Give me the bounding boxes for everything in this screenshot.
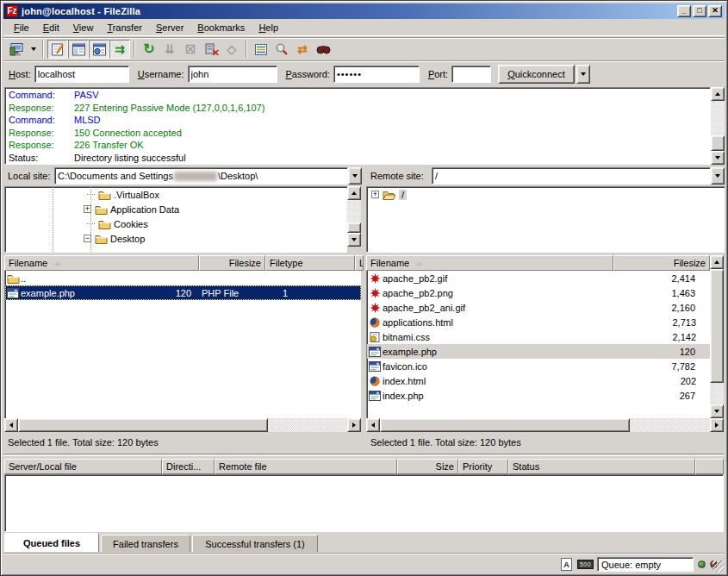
file-row[interactable]: favicon.ico 7,782 [367,359,710,373]
expand-icon[interactable]: + [84,205,91,213]
menu-server[interactable]: Server [149,21,190,35]
collapse-icon[interactable]: − [84,235,91,242]
scroll-right-button[interactable] [710,418,724,432]
site-manager-button[interactable] [7,40,28,59]
log-scrollbar[interactable] [711,87,725,165]
synchronized-browsing-button[interactable]: ⇄ [292,40,313,59]
scroll-up-button[interactable] [710,255,724,269]
quickconnect-dropdown[interactable] [576,65,590,84]
scroll-up-button[interactable] [711,87,725,101]
tree-item-root[interactable]: + / [367,187,725,202]
scroll-down-button[interactable] [710,404,724,418]
reconnect-button[interactable]: ◇ [221,40,242,59]
scrollbar-thumb[interactable] [710,269,724,383]
menu-transfer[interactable]: Transfer [100,21,149,35]
file-row[interactable]: applications.html 2,713 [367,315,710,329]
local-column-filetype[interactable]: Filetype [265,255,355,271]
username-input[interactable] [188,66,277,83]
scrollbar-thumb[interactable] [18,418,268,432]
file-row[interactable]: apache_pb2.gif 2,414 [367,271,710,285]
host-input[interactable] [34,66,129,83]
tab-queued-files[interactable]: Queued files [4,533,99,552]
toggle-message-log-button[interactable] [47,40,68,59]
local-tree-scrollbar[interactable] [347,186,361,253]
remote-list-scrollbar[interactable] [710,255,724,418]
local-site-path[interactable]: C:\Documents and Settings\Desktop\ [54,167,348,185]
toggle-queue-button[interactable]: ⇉ [109,40,130,59]
queue-column-status[interactable]: Status [508,459,695,474]
resize-grip[interactable] [712,560,724,572]
scrollbar-track[interactable] [347,200,361,222]
queue-column-priority[interactable]: Priority [458,459,508,474]
remote-site-dropdown[interactable] [711,167,725,185]
menu-edit[interactable]: Edit [36,21,66,35]
tab-failed-transfers[interactable]: Failed transfers [101,535,190,552]
toggle-local-tree-button[interactable] [68,40,89,59]
local-list-hscrollbar[interactable] [4,418,361,432]
file-row[interactable]: bitnami.css 2,142 [367,329,710,344]
disconnect-button[interactable]: ✕ [201,40,221,59]
local-column-lastmodified[interactable]: L [355,255,364,271]
tree-item-virtualbox[interactable]: .VirtualBox [5,187,347,202]
file-search-button[interactable] [271,40,292,59]
scrollbar-track[interactable] [268,418,347,432]
queue-column-blank[interactable] [695,459,724,474]
file-row[interactable]: apache_pb2_ani.gif 2,160 [367,300,710,315]
tab-successful-transfers[interactable]: Successful transfers (1) [192,535,318,552]
menu-bookmarks[interactable]: Bookmarks [190,21,252,35]
file-row[interactable]: index.php 267 [367,388,710,403]
transfer-type-indicator-icon[interactable]: A [561,558,572,571]
scroll-down-button[interactable] [347,233,361,247]
minimize-button[interactable]: _ [677,5,691,17]
scroll-down-button[interactable] [711,151,725,165]
remote-column-filename[interactable]: Filename [366,255,613,271]
scroll-up-button[interactable] [347,186,361,200]
scrollbar-track[interactable] [711,101,725,135]
file-size: 2,142 [615,332,705,342]
site-manager-dropdown[interactable] [28,40,39,59]
compare-directories-button[interactable] [313,40,333,59]
port-input[interactable] [451,66,491,83]
scrollbar-track[interactable] [710,383,724,404]
tree-item-cookies[interactable]: Cookies [5,216,347,231]
expand-icon[interactable]: + [371,191,379,198]
quickconnect-button[interactable]: Quickconnect [498,65,575,84]
local-site-dropdown[interactable] [348,167,362,185]
file-row-example-php[interactable]: example.php 120 PHP File 1 [5,285,361,300]
close-button[interactable]: ✕ [708,5,722,17]
process-queue-button[interactable]: ⇊ [159,40,180,59]
tree-item-desktop[interactable]: − Desktop [5,231,347,246]
local-column-filename[interactable]: Filename [4,255,199,271]
toggle-remote-tree-button[interactable] [89,40,109,59]
scrollbar-thumb[interactable] [380,418,630,432]
local-column-filesize[interactable]: Filesize [199,255,265,271]
file-row[interactable]: index.html 202 [367,373,710,388]
file-row[interactable]: apache_pb2.png 1,463 [367,285,710,300]
file-row-example-php[interactable]: example.php 120 [367,344,710,359]
directory-filters-button[interactable] [251,40,271,59]
remote-list-hscrollbar[interactable] [366,418,724,432]
password-input[interactable] [333,66,420,83]
scrollbar-track[interactable] [630,418,710,432]
queue-column-local-file[interactable]: Server/Local file [4,459,162,474]
scroll-right-button[interactable] [347,418,361,432]
maximize-button[interactable]: □ [693,5,706,17]
tree-item-application-data[interactable]: + Application Data [5,202,347,216]
queue-column-remote-file[interactable]: Remote file [215,459,397,474]
queue-list[interactable] [4,474,724,532]
scroll-left-button[interactable] [4,418,18,432]
remote-column-filesize[interactable]: Filesize [613,255,710,271]
menu-file[interactable]: File [7,21,36,35]
menu-view[interactable]: View [66,21,101,35]
file-row-updir[interactable]: .. [5,271,361,285]
queue-column-size[interactable]: Size [397,459,458,474]
scrollbar-thumb[interactable] [347,222,361,233]
queue-column-direction[interactable]: Directi... [162,459,215,474]
scrollbar-thumb[interactable] [711,135,725,151]
cancel-button[interactable]: ☒ [180,40,201,59]
menu-help[interactable]: Help [252,21,285,35]
refresh-button[interactable]: ↻ [139,40,159,59]
speed-limit-indicator-icon[interactable]: 500 [577,560,594,569]
remote-site-path[interactable]: / [432,167,711,185]
scroll-left-button[interactable] [366,418,380,432]
